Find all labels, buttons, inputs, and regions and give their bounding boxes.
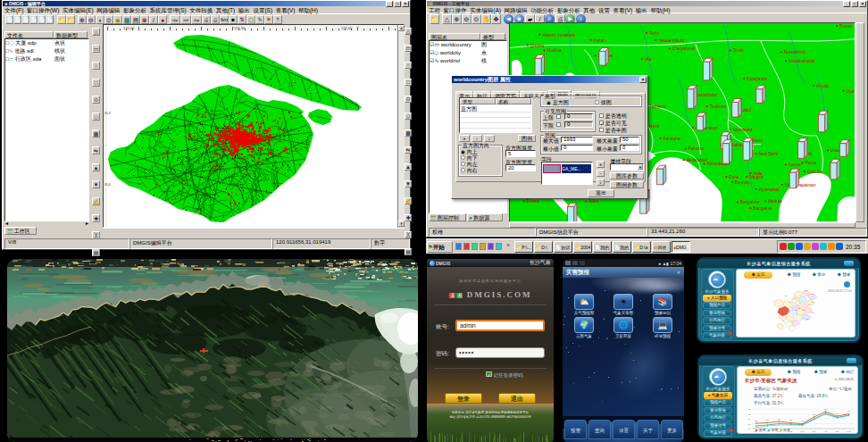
svg-text:Urumqi: Urumqi bbox=[847, 89, 855, 94]
svg-text:121,00: 121,00 bbox=[123, 26, 135, 30]
svg-text:31,3: 31,3 bbox=[104, 112, 111, 115]
svg-text:Bombay: Bombay bbox=[735, 180, 751, 185]
svg-text:Kazakhstan: Kazakhstan bbox=[696, 93, 718, 97]
svg-text:Novosibirsk: Novosibirsk bbox=[784, 50, 806, 54]
svg-text:Karaganda: Karaganda bbox=[747, 77, 767, 81]
svg-text:26: 26 bbox=[748, 423, 751, 426]
svg-text:Almaty: Almaty bbox=[816, 84, 830, 88]
svg-text:32: 32 bbox=[785, 295, 787, 296]
svg-text:121,30: 121,30 bbox=[234, 26, 246, 30]
svg-text:Omsk: Omsk bbox=[733, 49, 745, 54]
svg-text:29: 29 bbox=[796, 309, 797, 311]
svg-text:Islamabad: Islamabad bbox=[733, 128, 753, 132]
svg-text:Toshkent: Toshkent bbox=[710, 104, 727, 109]
svg-text:31: 31 bbox=[782, 320, 784, 321]
svg-text:33: 33 bbox=[778, 311, 780, 313]
svg-text:13时: 13时 bbox=[812, 430, 817, 432]
svg-text:New Delhi: New Delhi bbox=[759, 152, 778, 156]
svg-text:31: 31 bbox=[799, 302, 801, 304]
svg-text:37: 37 bbox=[812, 301, 814, 303]
svg-text:35: 35 bbox=[805, 289, 807, 291]
svg-text:Eritrea: Eritrea bbox=[527, 199, 539, 204]
svg-text:Bangalore: Bangalore bbox=[754, 206, 773, 211]
svg-text:35: 35 bbox=[748, 408, 751, 411]
svg-text:Russia: Russia bbox=[839, 24, 853, 29]
svg-text:Moskva: Moskva bbox=[547, 49, 563, 54]
svg-text:34: 34 bbox=[789, 301, 790, 303]
svg-text:31: 31 bbox=[836, 413, 839, 415]
svg-text:Kanpur: Kanpur bbox=[789, 163, 803, 167]
svg-text:Tashkent: Tashkent bbox=[649, 104, 666, 109]
svg-text:Kazan: Kazan bbox=[594, 38, 606, 43]
svg-text:32: 32 bbox=[782, 314, 784, 316]
svg-text:28: 28 bbox=[789, 419, 792, 421]
svg-text:Herat: Herat bbox=[649, 124, 660, 129]
svg-text:Perm: Perm bbox=[649, 31, 659, 36]
svg-text:Chelyabinsk: Chelyabinsk bbox=[672, 47, 696, 52]
svg-text:Yekaterinburg: Yekaterinburg bbox=[658, 38, 684, 43]
svg-text:23: 23 bbox=[748, 428, 751, 430]
svg-text:Qrusha: Qrusha bbox=[530, 44, 545, 48]
svg-text:12时: 12时 bbox=[800, 430, 805, 432]
svg-text:Ufa: Ufa bbox=[645, 57, 652, 62]
svg-text:Pakistan: Pakistan bbox=[689, 147, 705, 152]
svg-text:122,00: 122,00 bbox=[341, 26, 353, 30]
svg-text:Madras: Madras bbox=[768, 199, 782, 204]
svg-text:Patna: Patna bbox=[805, 161, 817, 165]
svg-text:Kandahar: Kandahar bbox=[664, 137, 682, 141]
svg-text:16时: 16时 bbox=[847, 430, 852, 432]
svg-text:Hedarabad: Hedarabad bbox=[687, 158, 708, 163]
svg-text:31,0: 31,0 bbox=[104, 183, 111, 187]
svg-text:14时: 14时 bbox=[823, 430, 829, 432]
svg-text:28: 28 bbox=[798, 307, 800, 309]
svg-text:28: 28 bbox=[755, 420, 757, 422]
svg-text:Pune: Pune bbox=[730, 175, 739, 179]
svg-text:15时: 15时 bbox=[835, 430, 840, 432]
svg-text:Novokuznetsk: Novokuznetsk bbox=[789, 59, 815, 63]
svg-text:28: 28 bbox=[812, 312, 814, 313]
svg-text:Bangalore: Bangalore bbox=[740, 200, 760, 204]
svg-text:Hidwnir Jovakova: Hidwnir Jovakova bbox=[542, 33, 575, 38]
svg-text:27: 27 bbox=[801, 420, 804, 422]
svg-text:35: 35 bbox=[806, 318, 808, 320]
svg-text:Aden: Aden bbox=[588, 199, 598, 204]
svg-text:37: 37 bbox=[812, 293, 814, 295]
svg-text:32: 32 bbox=[748, 413, 751, 416]
svg-text:32: 32 bbox=[813, 413, 815, 416]
svg-text:37: 37 bbox=[808, 304, 810, 305]
svg-text:29: 29 bbox=[748, 418, 751, 421]
svg-text:28: 28 bbox=[766, 419, 769, 421]
svg-text:India: India bbox=[754, 171, 764, 176]
svg-text:30: 30 bbox=[794, 297, 796, 299]
svg-text:Kabul: Kabul bbox=[740, 108, 751, 113]
svg-text:Hyderabad: Hyderabad bbox=[759, 188, 780, 192]
svg-text:28: 28 bbox=[802, 309, 804, 311]
svg-text:33: 33 bbox=[847, 410, 850, 413]
svg-text:Calcutta: Calcutta bbox=[807, 170, 823, 174]
